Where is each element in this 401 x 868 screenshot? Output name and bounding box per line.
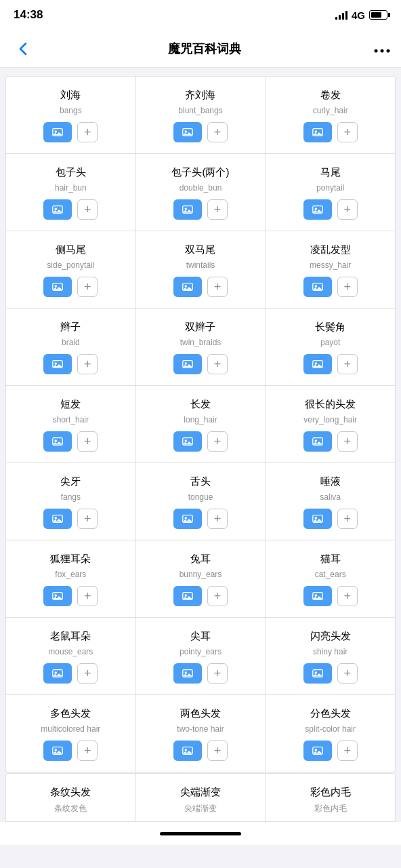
cell-actions: + bbox=[43, 199, 98, 220]
partial-row: 条纹头发条纹发色尖端渐变尖端渐变彩色内毛彩色内毛 bbox=[5, 773, 396, 822]
add-button[interactable]: + bbox=[207, 741, 228, 761]
grid-cell: 刘海bangs+ bbox=[6, 77, 135, 153]
cell-actions: + bbox=[303, 354, 358, 374]
add-button[interactable]: + bbox=[337, 663, 358, 684]
image-button[interactable] bbox=[303, 509, 332, 529]
cell-en-label: pointy_ears bbox=[180, 647, 221, 656]
image-button[interactable] bbox=[173, 741, 202, 761]
add-button[interactable]: + bbox=[77, 354, 98, 374]
add-button[interactable]: + bbox=[77, 509, 98, 529]
add-button[interactable]: + bbox=[337, 586, 358, 606]
cell-actions: + bbox=[43, 509, 98, 529]
grid-cell: 尖牙fangs+ bbox=[6, 463, 135, 540]
image-button[interactable] bbox=[303, 199, 332, 220]
add-button[interactable]: + bbox=[77, 663, 98, 684]
image-button[interactable] bbox=[303, 277, 332, 297]
cell-zh-label: 老鼠耳朵 bbox=[50, 630, 91, 643]
image-button[interactable] bbox=[303, 663, 332, 684]
battery-icon bbox=[369, 10, 387, 20]
cell-en-label: fox_ears bbox=[55, 570, 86, 579]
add-button[interactable]: + bbox=[337, 122, 358, 142]
add-button[interactable]: + bbox=[207, 509, 228, 529]
image-button[interactable] bbox=[43, 586, 72, 606]
image-button[interactable] bbox=[303, 586, 332, 606]
image-button[interactable] bbox=[303, 741, 332, 761]
add-button[interactable]: + bbox=[77, 741, 98, 761]
image-button[interactable] bbox=[173, 122, 202, 142]
cell-en-label: 条纹发色 bbox=[54, 803, 87, 814]
grid-cell: 尖端渐变尖端渐变 bbox=[136, 774, 266, 821]
image-button[interactable] bbox=[303, 122, 332, 142]
add-button[interactable]: + bbox=[207, 354, 228, 374]
svg-point-36 bbox=[184, 517, 187, 519]
grid-cell: 舌头tongue+ bbox=[136, 463, 266, 540]
image-button[interactable] bbox=[43, 509, 72, 529]
cell-actions: + bbox=[173, 663, 228, 684]
svg-point-0 bbox=[375, 50, 378, 53]
image-button[interactable] bbox=[173, 431, 202, 452]
image-button[interactable] bbox=[173, 199, 202, 220]
cell-actions: + bbox=[43, 431, 98, 452]
grid-cell: 包子头hair_bun+ bbox=[6, 154, 135, 231]
add-button[interactable]: + bbox=[207, 122, 228, 142]
add-button[interactable]: + bbox=[337, 509, 358, 529]
cell-en-label: two-tone hair bbox=[177, 724, 224, 734]
grid-cell: 凌乱发型messy_hair+ bbox=[266, 231, 395, 308]
cell-en-label: long_hair bbox=[184, 415, 217, 425]
add-button[interactable]: + bbox=[207, 586, 228, 606]
image-button[interactable] bbox=[173, 354, 202, 374]
add-button[interactable]: + bbox=[337, 354, 358, 374]
add-button[interactable]: + bbox=[77, 199, 98, 220]
add-button[interactable]: + bbox=[337, 431, 358, 452]
grid-cell: 很长的头发very_long_hair+ bbox=[266, 386, 395, 462]
image-button[interactable] bbox=[173, 277, 202, 297]
svg-point-48 bbox=[184, 671, 187, 674]
add-button[interactable]: + bbox=[77, 277, 98, 297]
svg-point-12 bbox=[184, 208, 187, 210]
add-button[interactable]: + bbox=[77, 122, 98, 142]
image-button[interactable] bbox=[303, 354, 332, 374]
cell-zh-label: 尖端渐变 bbox=[180, 786, 221, 799]
svg-point-4 bbox=[55, 130, 58, 133]
grid-cell: 包子头(两个)double_bun+ bbox=[136, 154, 266, 231]
cell-actions: + bbox=[43, 354, 98, 374]
more-button[interactable] bbox=[374, 41, 390, 56]
image-button[interactable] bbox=[43, 741, 72, 761]
cell-zh-label: 包子头 bbox=[56, 166, 86, 179]
cell-zh-label: 尖耳 bbox=[190, 630, 211, 643]
svg-point-38 bbox=[314, 517, 317, 519]
image-button[interactable] bbox=[43, 663, 72, 684]
image-button[interactable] bbox=[43, 431, 72, 452]
cell-actions: + bbox=[43, 586, 98, 606]
add-button[interactable]: + bbox=[207, 199, 228, 220]
back-button[interactable] bbox=[11, 37, 35, 61]
add-button[interactable]: + bbox=[77, 431, 98, 452]
image-button[interactable] bbox=[303, 431, 332, 452]
image-button[interactable] bbox=[43, 199, 72, 220]
add-button[interactable]: + bbox=[207, 431, 228, 452]
image-button[interactable] bbox=[43, 354, 72, 374]
add-button[interactable]: + bbox=[77, 586, 98, 606]
cell-en-label: shiny hair bbox=[313, 647, 347, 656]
cell-en-label: very_long_hair bbox=[303, 415, 357, 425]
cell-actions: + bbox=[303, 663, 358, 684]
cell-zh-label: 双马尾 bbox=[185, 243, 215, 256]
image-button[interactable] bbox=[43, 122, 72, 142]
cell-zh-label: 齐刘海 bbox=[185, 89, 215, 102]
grid-cell: 多色头发multicolored hair+ bbox=[6, 695, 135, 772]
add-button[interactable]: + bbox=[207, 663, 228, 684]
cell-actions: + bbox=[173, 354, 228, 374]
add-button[interactable]: + bbox=[207, 277, 228, 297]
cell-zh-label: 双辫子 bbox=[185, 321, 215, 334]
image-button[interactable] bbox=[43, 277, 72, 297]
image-button[interactable] bbox=[173, 586, 202, 606]
image-button[interactable] bbox=[173, 509, 202, 529]
svg-point-52 bbox=[55, 749, 58, 751]
add-button[interactable]: + bbox=[337, 199, 358, 220]
add-button[interactable]: + bbox=[337, 277, 358, 297]
cell-actions: + bbox=[173, 431, 228, 452]
add-button[interactable]: + bbox=[337, 741, 358, 761]
image-button[interactable] bbox=[173, 663, 202, 684]
cell-zh-label: 卷发 bbox=[320, 89, 341, 102]
grid-cell: 条纹头发条纹发色 bbox=[6, 774, 135, 821]
